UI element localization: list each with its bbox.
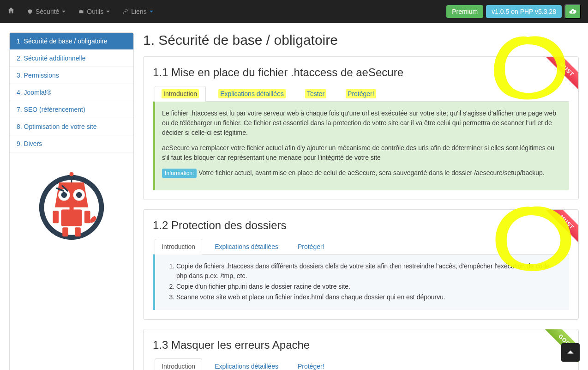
- link-icon: [123, 9, 128, 14]
- menu-outils-label: Outils: [87, 8, 103, 15]
- panel-1-1: MUST 1.1 Mise en place du fichier .htacc…: [143, 56, 579, 200]
- nav-left: Sécurité Outils Liens: [7, 3, 159, 20]
- tab-explications[interactable]: Explications détaillées: [211, 86, 293, 102]
- menu-liens[interactable]: Liens: [117, 3, 158, 20]
- svg-rect-7: [70, 206, 74, 211]
- tabs-1-3: Introduction Explications détaillées Pro…: [153, 358, 569, 370]
- svg-rect-10: [62, 227, 68, 237]
- svg-rect-6: [61, 210, 82, 226]
- sidebar-item-2[interactable]: 2. Sécurité additionnelle: [10, 50, 133, 67]
- version-button[interactable]: v1.0.5 on PHP v5.3.28: [486, 5, 562, 18]
- list-item: Copie d'un fichier php.ini dans le dossi…: [176, 282, 562, 291]
- sidebar-item-7[interactable]: 7. SEO (référencement): [10, 101, 133, 118]
- cloud-upload-button[interactable]: [564, 4, 581, 19]
- tab-explications[interactable]: Explications détaillées: [208, 358, 285, 370]
- toolbox-icon: [78, 9, 84, 14]
- sidebar: 1. Sécurité de base / obligatoire 2. Séc…: [9, 32, 134, 370]
- tabs-1-2: Introduction Explications détaillées Pro…: [153, 238, 569, 255]
- home-icon[interactable]: [7, 6, 15, 17]
- svg-rect-11: [75, 227, 81, 237]
- tab-proteger[interactable]: Protéger!: [291, 358, 331, 370]
- svg-point-3: [61, 192, 67, 198]
- panel-1-2-title: 1.2 Protection des dossiers: [153, 219, 569, 232]
- premium-button[interactable]: Premium: [446, 5, 483, 18]
- chevron-down-icon: [150, 11, 153, 12]
- svg-point-13: [70, 172, 74, 176]
- sidebar-item-4[interactable]: 4. Joomla!®: [10, 84, 133, 101]
- tab-tester[interactable]: Tester: [298, 86, 333, 102]
- menu-securite[interactable]: Sécurité: [22, 3, 71, 20]
- svg-point-5: [76, 192, 82, 198]
- tab-proteger[interactable]: Protéger!: [339, 86, 383, 102]
- page-title: 1. Sécurité de base / obligatoire: [143, 32, 579, 48]
- menu-liens-label: Liens: [131, 8, 146, 15]
- sidebar-item-8[interactable]: 8. Optimisation de votre site: [10, 118, 133, 135]
- svg-rect-9: [84, 211, 90, 223]
- panel-1-3: GOOD 1.3 Masquer les erreurs Apache Intr…: [143, 329, 579, 370]
- top-navbar: Sécurité Outils Liens Premium v1.0.5 on …: [0, 0, 588, 23]
- panel-1-1-p2: aeSecure va remplacer votre fichier actu…: [162, 143, 562, 163]
- cloud-upload-icon: [569, 7, 577, 16]
- nav-right: Premium v1.0.5 on PHP v5.3.28: [446, 4, 581, 19]
- panel-1-1-body: Le fichier .htaccess est lu par votre se…: [153, 102, 569, 190]
- svg-rect-8: [53, 211, 59, 223]
- tab-proteger[interactable]: Protéger!: [291, 239, 331, 255]
- sidebar-item-1[interactable]: 1. Sécurité de base / obligatoire: [10, 33, 133, 50]
- sidebar-item-3[interactable]: 3. Permissions: [10, 67, 133, 84]
- panel-1-1-info: Information: Votre fichier actuel, avant…: [162, 168, 562, 178]
- chevron-down-icon: [106, 11, 110, 12]
- main-content: 1. Sécurité de base / obligatoire MUST 1…: [143, 32, 579, 370]
- tabs-1-1: Introduction Explications détaillées Tes…: [153, 85, 569, 102]
- menu-securite-label: Sécurité: [36, 8, 59, 15]
- chevron-up-icon: [566, 348, 575, 357]
- shield-icon: [27, 9, 33, 14]
- list-item: Scanne votre site web et place un fichie…: [176, 292, 562, 302]
- panel-1-2: MUST 1.2 Protection des dossiers Introdu…: [143, 209, 579, 320]
- panel-1-1-title: 1.1 Mise en place du fichier .htaccess d…: [153, 66, 569, 79]
- tab-explications[interactable]: Explications détaillées: [208, 239, 285, 255]
- chevron-down-icon: [62, 11, 66, 12]
- info-text: Votre fichier actuel, avant mise en plac…: [197, 169, 544, 176]
- robot-icon: [30, 162, 113, 245]
- scroll-to-top-button[interactable]: [561, 343, 580, 362]
- panel-1-3-title: 1.3 Masquer les erreurs Apache: [153, 339, 569, 352]
- robot-mascot: [10, 152, 133, 255]
- sidebar-list: 1. Sécurité de base / obligatoire 2. Séc…: [10, 33, 133, 152]
- list-item: Copie de fichiers .htaccess dans différe…: [176, 261, 562, 281]
- sidebar-item-9[interactable]: 9. Divers: [10, 135, 133, 152]
- panel-1-2-body: Copie de fichiers .htaccess dans différe…: [153, 255, 569, 310]
- tab-introduction[interactable]: Introduction: [155, 86, 206, 102]
- menu-outils[interactable]: Outils: [73, 3, 115, 20]
- tab-introduction[interactable]: Introduction: [155, 239, 202, 255]
- panel-1-1-p1: Le fichier .htaccess est lu par votre se…: [162, 109, 562, 138]
- info-label: Information:: [162, 169, 197, 178]
- tab-introduction[interactable]: Introduction: [155, 358, 202, 370]
